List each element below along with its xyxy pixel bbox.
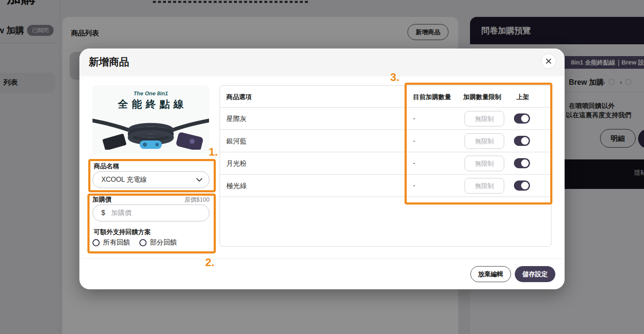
current-qty-value: -	[413, 137, 415, 145]
radio-icon[interactable]	[139, 239, 147, 246]
modal-footer-divider	[79, 259, 565, 259]
table-divider	[220, 152, 551, 152]
qty-limit-input[interactable]	[465, 111, 504, 127]
option-row-name: 極光綠	[226, 182, 247, 191]
current-qty-value: -	[413, 182, 415, 189]
product-name-value: XCOOL 充電線	[101, 175, 196, 184]
radio-option-all[interactable]: 所有回饋	[92, 238, 130, 247]
table-divider	[220, 197, 551, 197]
annotation-number-1: 1.	[209, 145, 218, 159]
support-plan-radios: 所有回饋 部分回饋	[92, 238, 177, 247]
save-settings-button[interactable]: 儲存設定	[515, 266, 555, 282]
product-name-text: 全能終點線	[92, 97, 209, 111]
listed-toggle[interactable]	[514, 136, 530, 146]
discard-edit-button[interactable]: 放棄編輯	[470, 266, 511, 282]
qty-limit-input[interactable]	[465, 156, 504, 171]
radio-option-partial[interactable]: 部分回饋	[139, 238, 177, 247]
close-icon	[545, 58, 552, 65]
price-input[interactable]	[110, 209, 203, 217]
add-product-modal: 新增商品 The One 8in1 全能終點線	[79, 48, 565, 289]
support-plan-label: 可額外支持回饋方案	[94, 228, 151, 236]
option-row-name: 月光粉	[226, 159, 247, 168]
listed-toggle[interactable]	[514, 158, 530, 168]
product-brand-text: The One 8in1	[92, 90, 209, 97]
product-name-select[interactable]: XCOOL 充電線	[92, 171, 209, 188]
currency-prefix: $	[101, 209, 105, 217]
product-photo-illustration	[92, 111, 209, 150]
column-header-qty-limit: 加購數量限制	[463, 93, 501, 101]
product-name-label: 商品名稱	[94, 162, 119, 170]
table-divider	[220, 129, 551, 130]
price-label: 加購價	[92, 196, 111, 204]
qty-limit-input[interactable]	[465, 178, 504, 194]
table-divider	[220, 174, 551, 175]
original-price: 原價$100	[185, 196, 209, 204]
modal-title: 新增商品	[89, 55, 129, 69]
listed-toggle[interactable]	[514, 113, 530, 124]
column-header-listed: 上架	[516, 93, 529, 101]
annotation-number-3: 3.	[390, 71, 399, 84]
option-row-name: 銀河藍	[226, 137, 247, 146]
qty-limit-input[interactable]	[465, 133, 504, 149]
current-qty-value: -	[413, 159, 415, 167]
price-input-wrap: $	[92, 205, 209, 221]
column-header-option: 商品選項	[226, 93, 252, 101]
close-button[interactable]	[541, 54, 556, 69]
listed-toggle[interactable]	[514, 180, 530, 191]
current-qty-value: -	[413, 115, 415, 122]
table-divider	[220, 107, 551, 108]
radio-partial-label: 部分回饋	[150, 238, 177, 247]
product-options-table: 商品選項 目前加購數量 加購數量限制 上架 星際灰 - 銀河藍 - 月光粉 -	[220, 85, 552, 247]
annotation-number-2: 2.	[205, 256, 215, 269]
screen: 加購 Brew 加購 已關閉 列表 商品列表 新增商品 問卷加購預覽 8in1 …	[0, 0, 644, 334]
column-header-current-qty: 目前加購數量	[413, 93, 451, 101]
option-row-name: 星際灰	[226, 115, 247, 124]
radio-all-label: 所有回饋	[103, 238, 130, 247]
modal-header	[79, 48, 565, 76]
chevron-down-icon	[196, 178, 202, 182]
radio-icon[interactable]	[92, 239, 100, 246]
product-image: The One 8in1 全能終點線	[92, 85, 209, 154]
